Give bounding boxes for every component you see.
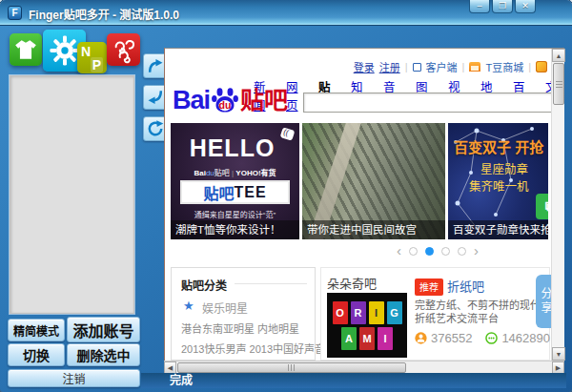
vertical-scrollbar[interactable]: ▲ ▼	[551, 49, 564, 361]
add-account-button[interactable]: 添加账号	[67, 317, 140, 342]
client-link[interactable]: 客户端	[426, 59, 458, 74]
switch-button[interactable]: 切换	[8, 343, 65, 366]
origami-letter: R	[351, 301, 366, 324]
banner3-title: 百变双子 开抢	[454, 136, 543, 156]
banner-folk-palace[interactable]: 带你走进中国民间故宫	[302, 123, 445, 239]
origami-letter: G	[387, 301, 402, 324]
logout-button[interactable]: 注销	[8, 369, 140, 387]
category-row-1[interactable]: 港台东南亚明星 内地明星	[181, 320, 299, 336]
forum-link[interactable]: 折纸吧	[447, 277, 484, 295]
banner1-tagline: 通缉来自星星的设计“范”	[171, 209, 299, 219]
banner1-caption: 潮牌T恤等你来设计！	[171, 220, 299, 239]
category-row-2[interactable]: 2013快乐男声 2013中国好声音	[181, 340, 325, 356]
forward-arrow-icon	[146, 56, 165, 75]
members-count: 376552	[431, 331, 472, 345]
horizontal-scrollbar-thumb[interactable]	[177, 362, 406, 373]
origami-letter: I	[378, 327, 393, 350]
horizontal-scrollbar[interactable]: ◀ ▶	[164, 361, 564, 373]
app-window: F Finger贴吧多开 - 测试版1.0.0 – ❐ ✕	[0, 0, 572, 392]
brand-bai: Bai	[194, 169, 205, 177]
delete-selected-button[interactable]: 删除选中	[67, 343, 140, 366]
np-icon[interactable]: N P	[77, 42, 107, 73]
np-letter-n: N	[81, 44, 91, 59]
paw-icon: du	[211, 86, 239, 114]
brand-separator: |	[232, 169, 234, 177]
window-controls: – ❐ ✕	[469, 0, 536, 13]
carousel-next-icon[interactable]: ›	[474, 246, 479, 256]
carousel-dot-4[interactable]	[458, 247, 466, 256]
logo-tieba-text: 贴吧	[240, 89, 288, 113]
banner2-caption: 带你走进中国民间故宫	[302, 220, 445, 239]
banner1-product: 贴吧 TEE	[180, 180, 290, 204]
carousel-prev-icon[interactable]: ‹	[397, 246, 401, 256]
minimize-button[interactable]: –	[469, 0, 490, 13]
brand-du: du	[206, 169, 214, 177]
divider	[235, 283, 307, 284]
scroll-up-icon[interactable]: ▲	[552, 49, 565, 62]
tieba-category-card: 贴吧分类 ★ 娱乐明星 港台东南亚明星 内地明星 2013快乐男声 2013中国…	[171, 267, 316, 361]
banner3-caption: 百变双子勋章快来抢	[448, 220, 548, 239]
carousel-dot-1[interactable]	[409, 247, 418, 256]
nav-web[interactable]: 网页	[286, 77, 305, 113]
back-arrow-icon	[146, 88, 165, 107]
search-input[interactable]	[303, 93, 552, 113]
banner1-brands: Baidu贴吧 | YOHO!有货	[171, 167, 299, 177]
banner-carousel-controls: ‹ ›	[397, 246, 479, 256]
browser-viewport: 登录 注册 | 客户端 | T豆商城 | 新闻 网页 贴吧 知道 音乐 图片 视…	[164, 48, 564, 361]
account-listbox[interactable]	[10, 75, 134, 314]
tshirt-icon[interactable]	[10, 33, 42, 66]
posts-count: 1462890	[501, 331, 550, 345]
app-icon: F	[8, 6, 22, 20]
banner-gemini-medal[interactable]: 百变双子 开抢 星座勋章 集齐唯一机 ⧉ 百变双子勋章快来抢	[448, 123, 548, 239]
close-button[interactable]: ✕	[515, 0, 536, 13]
separator: |	[405, 61, 408, 72]
gift-icon[interactable]	[536, 61, 547, 72]
vertical-scrollbar-thumb[interactable]	[553, 63, 564, 105]
logo-bai-text: Bai	[173, 88, 210, 113]
recommended-forum-card: 朵朵奇吧 O R I G A M I 推荐 折纸吧 完整方纸、不剪不拼的现代折纸…	[320, 267, 550, 361]
title-bar[interactable]: F Finger贴吧多开 - 测试版1.0.0 – ❐ ✕	[0, 0, 572, 26]
origami-letter: I	[369, 301, 384, 324]
banner3-line3: 集齐唯一机	[469, 176, 529, 195]
carousel-dot-3[interactable]	[441, 247, 450, 256]
product-cn: 贴吧	[203, 181, 234, 204]
banner-tieba-tee[interactable]: HELLO Baidu贴吧 | YOHO!有货 贴吧 TEE 通缉来自星星的设计…	[171, 123, 299, 239]
refresh-icon	[146, 119, 165, 138]
simple-mode-button[interactable]: 精简模式	[8, 319, 65, 341]
scroll-down-icon[interactable]: ▼	[552, 347, 565, 361]
star-icon: ★	[183, 299, 194, 313]
forum-stats: 376552 1462890	[415, 331, 550, 345]
forum-description: 完整方纸、不剪不拼的现代折纸艺术交流平台	[415, 299, 548, 325]
brand-yoho: YOHO!有货	[235, 169, 276, 177]
carousel-dot-2[interactable]	[425, 247, 434, 256]
brand-tieba: 贴吧	[214, 169, 230, 177]
separator: |	[462, 61, 465, 72]
recommend-badge: 推荐	[415, 279, 443, 296]
window-title: Finger贴吧多开 - 测试版1.0.0	[29, 6, 179, 22]
origami-letter: M	[359, 327, 375, 350]
svg-text:du: du	[219, 99, 232, 111]
product-en: TEE	[234, 184, 266, 201]
category-group-link[interactable]: 娱乐明星	[202, 299, 248, 316]
utility-links: 登录 注册 | 客户端 | T豆商城 |	[354, 59, 547, 74]
maximize-button[interactable]: ❐	[492, 0, 513, 13]
members-icon	[415, 332, 427, 344]
tdou-mall-link[interactable]: T豆商城	[485, 59, 523, 74]
medal-icon: ⧉	[536, 194, 548, 219]
banner1-headline: HELLO	[171, 134, 294, 162]
client-icon	[413, 63, 421, 72]
status-bar: 完成	[141, 373, 566, 388]
login-link[interactable]: 登录	[354, 59, 375, 74]
origami-letter: A	[341, 327, 357, 350]
np-letter-p: P	[91, 57, 103, 72]
separator: |	[528, 61, 531, 72]
posts-icon	[485, 332, 498, 344]
category-header: 贴吧分类	[181, 277, 227, 293]
origami-thumbnail[interactable]: O R I G A M I	[327, 293, 407, 358]
swirl-icon[interactable]	[107, 33, 140, 66]
forum-card-header: 朵朵奇吧	[327, 274, 377, 292]
banner3-line2: 星座勋章	[480, 159, 528, 177]
register-link[interactable]: 注册	[379, 59, 400, 74]
baidu-tieba-logo: Bai du 贴吧	[173, 86, 288, 113]
origami-letter: O	[333, 301, 348, 324]
